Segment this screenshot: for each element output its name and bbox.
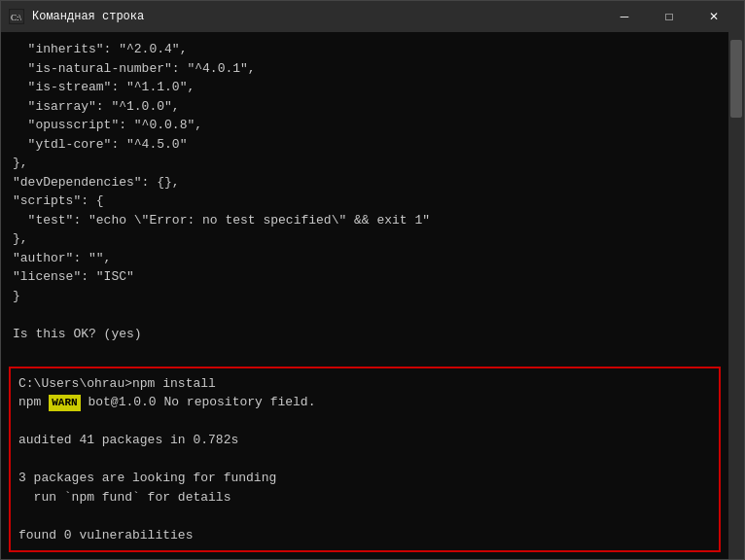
line-inherits: "inherits": "^2.0.4", <box>13 40 717 59</box>
scrollbar[interactable] <box>728 32 744 559</box>
empty-line-3 <box>18 412 711 432</box>
line-funding1: 3 packages are looking for funding <box>18 469 711 488</box>
line-license: "license": "ISC" <box>13 267 717 287</box>
line-author: "author": "", <box>13 249 717 268</box>
minimize-button[interactable]: ─ <box>602 1 647 32</box>
empty-line-4 <box>18 450 711 470</box>
cmd-icon: C:\ <box>9 9 24 24</box>
window: C:\ Командная строка ─ □ ✕ "inherits": "… <box>0 0 745 560</box>
line-close-main: } <box>13 287 717 306</box>
content-area: "inherits": "^2.0.4", "is-natural-number… <box>1 32 744 559</box>
line-npm-prompt: C:\Users\ohrau>npm install <box>18 374 711 394</box>
line-is-natural: "is-natural-number": "^4.0.1", <box>13 59 717 79</box>
line-opusscript: "opusscript": "^0.0.8", <box>13 116 717 135</box>
line-close-brace2: }, <box>13 229 717 249</box>
npm-install-block: C:\Users\ohrau>npm install npm WARN bot@… <box>9 367 721 553</box>
line-isarray: "isarray": "^1.0.0", <box>13 97 717 117</box>
line-test: "test": "echo \"Error: no test specified… <box>13 211 717 230</box>
warn-badge: WARN <box>49 395 80 411</box>
empty-line-2 <box>13 343 717 363</box>
empty-line-1 <box>13 305 717 325</box>
line-close-brace1: }, <box>13 154 717 173</box>
scrollbar-thumb[interactable] <box>730 40 742 118</box>
line-devdeps: "devDependencies": {}, <box>13 173 717 192</box>
window-title: Командная строка <box>32 10 602 23</box>
line-funding2: run `npm fund` for details <box>18 488 711 508</box>
line-is-stream: "is-stream": "^1.1.0", <box>13 78 717 97</box>
line-npm-warn: npm WARN bot@1.0.0 No repository field. <box>18 393 711 412</box>
svg-text:C:\: C:\ <box>11 13 22 22</box>
maximize-button[interactable]: □ <box>647 1 692 32</box>
close-button[interactable]: ✕ <box>692 1 736 32</box>
window-controls: ─ □ ✕ <box>602 1 736 32</box>
empty-line-6 <box>13 556 717 559</box>
line-scripts: "scripts": { <box>13 192 717 211</box>
line-found: found 0 vulnerabilities <box>18 526 711 545</box>
title-bar: C:\ Командная строка ─ □ ✕ <box>1 1 744 32</box>
line-audited: audited 41 packages in 0.782s <box>18 431 711 450</box>
terminal[interactable]: "inherits": "^2.0.4", "is-natural-number… <box>1 32 728 559</box>
line-ytdl: "ytdl-core": "^4.5.0" <box>13 135 717 155</box>
empty-line-5 <box>18 507 711 526</box>
line-ok-prompt: Is this OK? (yes) <box>13 325 717 344</box>
